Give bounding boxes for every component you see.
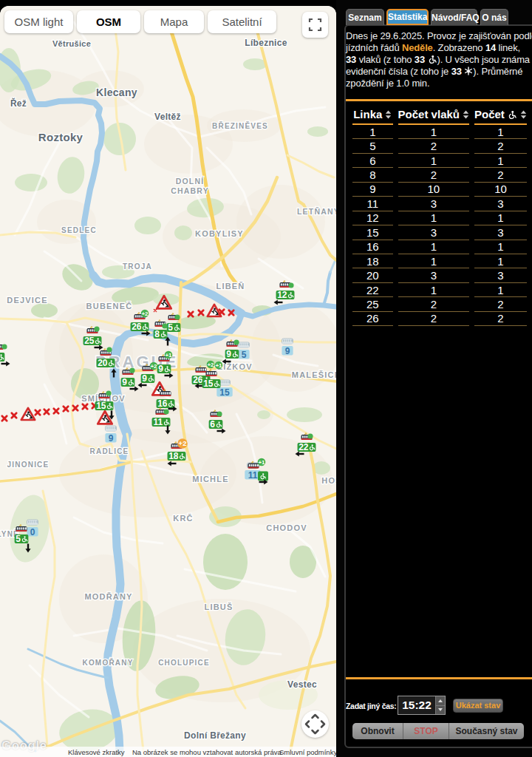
svg-text:SEDLEC: SEDLEC bbox=[61, 226, 97, 234]
svg-text:9: 9 bbox=[142, 373, 147, 384]
svg-text:KRČ: KRČ bbox=[173, 514, 193, 523]
svg-text:22: 22 bbox=[299, 442, 309, 452]
svg-text:5: 5 bbox=[242, 350, 247, 360]
svg-text:KOMOŘANY: KOMOŘANY bbox=[82, 658, 133, 667]
svg-text:Větrušice: Větrušice bbox=[52, 39, 91, 48]
svg-text:+2: +2 bbox=[207, 361, 214, 368]
svg-text:HOS: HOS bbox=[321, 476, 336, 485]
svg-text:Řež: Řež bbox=[10, 98, 27, 109]
svg-text:Dolní Břežany: Dolní Břežany bbox=[184, 730, 246, 741]
svg-text:TROJA: TROJA bbox=[123, 262, 152, 271]
svg-text:ŽIŽKOV: ŽIŽKOV bbox=[217, 362, 253, 371]
svg-text:20: 20 bbox=[98, 358, 108, 368]
svg-text:BŘEZINĚVES: BŘEZINĚVES bbox=[212, 121, 268, 130]
svg-text:15: 15 bbox=[219, 387, 230, 398]
svg-text:25: 25 bbox=[84, 336, 95, 346]
svg-text:Klecany: Klecany bbox=[96, 86, 137, 98]
svg-text:11: 11 bbox=[248, 470, 258, 481]
svg-text:+1: +1 bbox=[165, 352, 172, 359]
svg-text:+2: +2 bbox=[150, 363, 157, 370]
svg-text:MALEŠICE: MALEŠICE bbox=[292, 370, 336, 379]
svg-text:0: 0 bbox=[30, 527, 35, 537]
svg-text:MICHLE: MICHLE bbox=[192, 475, 228, 483]
svg-text:+1: +1 bbox=[258, 459, 265, 466]
svg-text:+2: +2 bbox=[141, 310, 149, 317]
svg-text:CHOLUPICE: CHOLUPICE bbox=[158, 659, 210, 667]
svg-text:8: 8 bbox=[154, 329, 160, 339]
svg-text:5: 5 bbox=[16, 534, 21, 544]
svg-text:9: 9 bbox=[109, 433, 114, 444]
svg-text:JINONICE: JINONICE bbox=[7, 461, 50, 469]
svg-text:9: 9 bbox=[285, 346, 290, 356]
svg-text:RADLICE: RADLICE bbox=[90, 447, 129, 455]
svg-text:15: 15 bbox=[203, 378, 214, 389]
svg-text:LETŇANY: LETŇANY bbox=[297, 207, 336, 216]
svg-text:9: 9 bbox=[226, 349, 231, 359]
svg-text:CHODOV: CHODOV bbox=[266, 523, 307, 532]
svg-text:5: 5 bbox=[168, 322, 173, 333]
svg-text:LIBEŇ: LIBEŇ bbox=[216, 282, 245, 291]
svg-text:+2: +2 bbox=[179, 439, 187, 447]
svg-text:18: 18 bbox=[168, 451, 179, 461]
svg-text:LIBUŠ: LIBUŠ bbox=[205, 602, 233, 611]
svg-text:DEJVICE: DEJVICE bbox=[7, 296, 47, 305]
svg-text:15: 15 bbox=[96, 401, 106, 411]
svg-text:Roztoky: Roztoky bbox=[38, 131, 83, 143]
svg-text:Vestec: Vestec bbox=[287, 679, 317, 690]
svg-text:Veltěž: Veltěž bbox=[154, 112, 181, 122]
svg-text:BUBENEČ: BUBENEČ bbox=[86, 302, 133, 310]
svg-text:9: 9 bbox=[158, 364, 163, 374]
svg-text:MODŘANY: MODŘANY bbox=[84, 592, 132, 601]
svg-text:11: 11 bbox=[154, 417, 163, 427]
svg-text:9: 9 bbox=[122, 377, 127, 387]
svg-text:6: 6 bbox=[210, 419, 215, 430]
svg-text:26: 26 bbox=[132, 322, 142, 332]
svg-text:12: 12 bbox=[277, 290, 287, 300]
svg-text:Líbeznice: Líbeznice bbox=[245, 38, 287, 48]
svg-text:DOLNÍ: DOLNÍ bbox=[176, 177, 205, 186]
svg-text:16: 16 bbox=[157, 398, 168, 409]
svg-text:+1: +1 bbox=[215, 362, 222, 369]
svg-text:CHABRY: CHABRY bbox=[171, 186, 209, 195]
svg-text:KOBYLISY: KOBYLISY bbox=[195, 229, 244, 238]
